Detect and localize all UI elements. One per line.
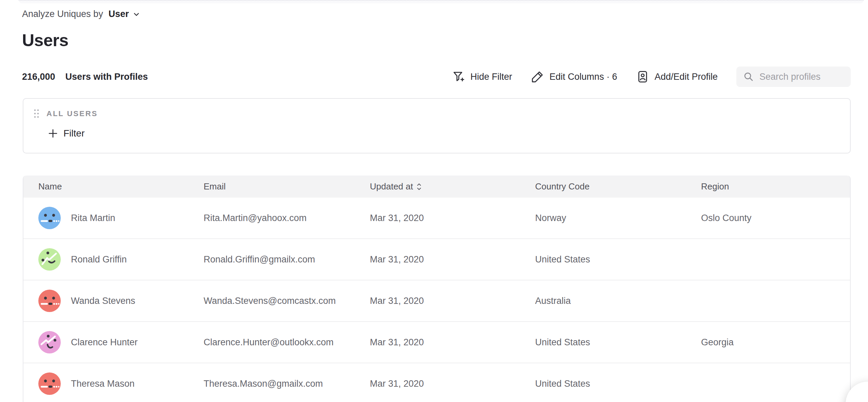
search-box (736, 67, 851, 87)
chevron-down-icon (132, 10, 140, 18)
table-row[interactable]: Theresa Mason Theresa.Mason@gmailx.com M… (23, 363, 850, 402)
edit-columns-button[interactable]: Edit Columns · 6 (531, 70, 617, 84)
cell-region: Oslo County (701, 213, 850, 223)
cell-region: Georgia (701, 337, 850, 348)
sort-icon (416, 182, 422, 191)
cell-country-code: Australia (535, 296, 701, 306)
cell-name: Ronald Griffin (38, 248, 204, 271)
cell-updated-at: Mar 31, 2020 (370, 379, 535, 389)
avatar (38, 248, 61, 271)
add-edit-profile-label: Add/Edit Profile (655, 72, 718, 82)
cell-updated-at: Mar 31, 2020 (370, 213, 535, 223)
funnel-plus-icon (452, 70, 465, 84)
cell-email: Clarence.Hunter@outlookx.com (204, 337, 370, 348)
filter-group-label: ALL USERS (46, 109, 98, 118)
cell-email: Ronald.Griffin@gmailx.com (204, 254, 370, 265)
top-panel-edge (19, 0, 864, 3)
cell-country-code: United States (535, 337, 701, 348)
avatar (38, 290, 61, 312)
hide-filter-label: Hide Filter (470, 72, 512, 82)
table-row[interactable]: Wanda Stevens Wanda.Stevens@comcastx.com… (23, 280, 850, 322)
analyze-by-row: Analyze Uniques by User (22, 9, 140, 19)
toolbar: Hide Filter Edit Columns · 6 Add/Edit Pr… (452, 67, 851, 87)
drag-handle-icon[interactable] (34, 109, 39, 118)
add-filter-label: Filter (63, 128, 84, 139)
meta-toolbar-row: 216,000 Users with Profiles Hide Filter … (22, 66, 851, 88)
column-header-country-code[interactable]: Country Code (535, 181, 701, 192)
avatar (38, 372, 61, 395)
cell-email: Rita.Martin@yahoox.com (204, 213, 370, 223)
table-header: Name Email Updated at Country Code Regio… (23, 176, 850, 198)
search-icon (743, 71, 754, 82)
avatar (38, 331, 61, 353)
cell-name: Rita Martin (38, 207, 204, 229)
cell-updated-at: Mar 31, 2020 (370, 254, 535, 265)
cell-name: Theresa Mason (38, 372, 204, 395)
column-header-updated-at[interactable]: Updated at (370, 181, 535, 192)
cell-country-code: Norway (535, 213, 701, 223)
column-header-email[interactable]: Email (204, 181, 370, 192)
cell-email: Wanda.Stevens@comcastx.com (204, 296, 370, 306)
page-title: Users (22, 31, 69, 50)
hide-filter-button[interactable]: Hide Filter (452, 70, 512, 84)
add-filter-button[interactable]: Filter (48, 128, 84, 139)
profiles-count: 216,000 Users with Profiles (22, 72, 148, 82)
cell-updated-at: Mar 31, 2020 (370, 296, 535, 306)
cell-name: Clarence Hunter (38, 331, 204, 353)
cell-email: Theresa.Mason@gmailx.com (204, 379, 370, 389)
add-edit-profile-button[interactable]: Add/Edit Profile (636, 70, 718, 84)
profiles-count-label: Users with Profiles (65, 72, 148, 82)
plus-icon (48, 128, 58, 139)
pencil-icon (531, 70, 544, 84)
cell-name: Wanda Stevens (38, 290, 204, 312)
profile-card-icon (636, 70, 649, 84)
cell-country-code: United States (535, 379, 701, 389)
column-header-region[interactable]: Region (701, 181, 850, 192)
cell-updated-at: Mar 31, 2020 (370, 337, 535, 348)
table-row[interactable]: Rita Martin Rita.Martin@yahoox.com Mar 3… (23, 198, 850, 239)
filter-group-header: ALL USERS (34, 109, 98, 118)
users-page: Analyze Uniques by User Users 216,000 Us… (0, 0, 868, 402)
table-row[interactable]: Clarence Hunter Clarence.Hunter@outlookx… (23, 322, 850, 363)
analyze-by-value: User (109, 9, 129, 19)
column-header-name[interactable]: Name (38, 181, 204, 192)
profiles-table: Name Email Updated at Country Code Regio… (23, 176, 851, 402)
table-row[interactable]: Ronald Griffin Ronald.Griffin@gmailx.com… (23, 239, 850, 280)
avatar (38, 207, 61, 229)
search-input[interactable] (759, 72, 868, 82)
edit-columns-label: Edit Columns · 6 (549, 72, 617, 82)
analyze-by-dropdown[interactable]: User (109, 9, 140, 19)
cell-country-code: United States (535, 254, 701, 265)
analyze-by-label: Analyze Uniques by (22, 9, 103, 19)
profiles-count-value: 216,000 (22, 72, 55, 82)
filter-panel: ALL USERS Filter (23, 98, 851, 153)
